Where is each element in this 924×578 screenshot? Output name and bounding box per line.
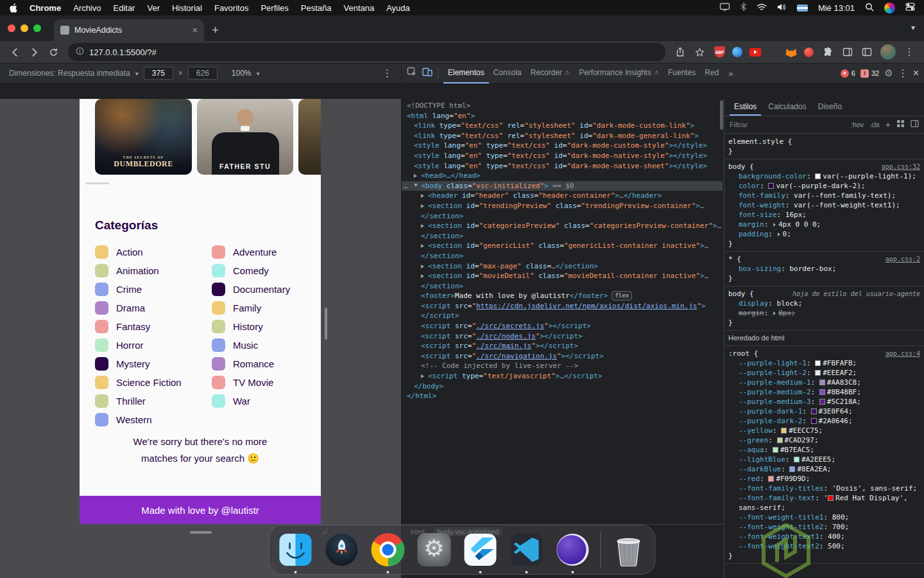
tab-fuentes[interactable]: Fuentes <box>663 64 700 83</box>
styles-filter-input[interactable] <box>730 121 845 128</box>
code-line[interactable]: <section id="movieDetail" class="movieDe… <box>402 271 723 281</box>
movie-poster-dumbledore[interactable]: THE SECRETS OF DUMBLEDORE <box>95 99 192 175</box>
color-swatch[interactable] <box>768 183 774 189</box>
css-property[interactable]: --yellow: #EECC75; <box>728 426 920 435</box>
code-line[interactable]: <script src="./src/secrets.js"></script> <box>402 321 723 331</box>
tab-close-icon[interactable]: × <box>193 26 198 35</box>
css-property[interactable]: --purple-medium-2: #8B48BF; <box>728 387 920 397</box>
menubar-clock[interactable]: Mié 13:01 <box>818 3 855 13</box>
wifi-icon[interactable] <box>757 3 767 13</box>
address-bar[interactable]: 127.0.0.1:5500/?# <box>68 43 665 61</box>
dock-finder-icon[interactable] <box>277 531 314 568</box>
css-property[interactable]: --font-weight-text1: 400; <box>728 532 920 541</box>
close-window-button[interactable] <box>8 24 15 32</box>
color-swatch[interactable] <box>768 476 774 482</box>
color-swatch[interactable] <box>819 389 825 395</box>
apple-menu-icon[interactable] <box>9 3 17 13</box>
dock-blue-app-icon[interactable] <box>462 531 499 568</box>
category-item[interactable]: Horror <box>95 336 212 355</box>
movie-poster-father-stu[interactable]: FATHER STU <box>197 99 293 175</box>
browser-tab[interactable]: MovieAddicts × <box>54 19 204 41</box>
browser-menu-icon[interactable]: ⋮ <box>901 44 918 60</box>
category-item[interactable]: Thriller <box>95 392 212 410</box>
menu-item-favoritos[interactable]: Favoritos <box>214 3 248 13</box>
dock-system-settings-icon[interactable]: ⚙ <box>416 531 453 568</box>
pseudo-state-toggle[interactable]: :hov <box>851 121 864 128</box>
movie-poster-partial[interactable] <box>298 99 321 175</box>
side-panel-icon[interactable] <box>839 44 856 60</box>
code-line[interactable]: <!-- Code injected by live-server --> <box>402 361 723 371</box>
menu-item-perfiles[interactable]: Perfiles <box>261 3 288 13</box>
color-swatch[interactable] <box>819 380 825 385</box>
code-line[interactable]: <script src="./src/navigation.js"></scri… <box>402 351 723 362</box>
menu-item-chrome[interactable]: Chrome <box>30 3 61 13</box>
expand-arrow-icon[interactable] <box>421 241 428 251</box>
code-line[interactable]: <head>…</head> <box>402 171 723 181</box>
css-property[interactable]: margin: 4px 0 0 0; <box>728 220 920 229</box>
dock-chrome-icon[interactable] <box>370 531 407 568</box>
code-line[interactable]: <style lang="en" type="text/css" id="dar… <box>402 151 723 161</box>
css-property[interactable]: color: var(--purple-dark-2); <box>728 181 920 191</box>
category-item[interactable]: Western <box>95 410 212 429</box>
css-property[interactable]: box-sizing: border-box; <box>728 264 920 274</box>
css-property[interactable]: --purple-medium-3: #5C218A; <box>728 397 920 407</box>
stylesheet-link[interactable]: app.css:2 <box>886 254 920 264</box>
reload-button[interactable] <box>45 44 62 60</box>
tab-overflow-chevron-icon[interactable]: ▾ <box>911 23 915 32</box>
css-property[interactable]: --font-weight-title2: 700; <box>728 522 920 532</box>
code-line[interactable]: </html> <box>402 391 723 401</box>
code-line[interactable]: <footer>Made with love by @lautistr</foo… <box>402 291 723 301</box>
color-swatch[interactable] <box>773 447 778 453</box>
category-item[interactable]: Crime <box>95 280 212 299</box>
category-item[interactable]: Documentary <box>212 280 307 299</box>
blue-extension-icon[interactable] <box>732 47 742 57</box>
more-actions-icon[interactable]: … <box>404 181 409 191</box>
collapse-arrow-icon[interactable] <box>414 181 421 191</box>
css-property[interactable]: --lightBlue: #A2EEE5; <box>728 455 920 464</box>
adblock-plus-extension-icon[interactable]: ABP <box>714 46 725 58</box>
inspect-element-icon[interactable] <box>407 67 417 80</box>
menu-item-archivo[interactable]: Archivo <box>73 3 101 13</box>
metamask-extension-icon[interactable] <box>785 47 797 57</box>
category-item[interactable]: War <box>212 392 307 410</box>
bluetooth-icon[interactable] <box>740 3 746 13</box>
category-item[interactable]: History <box>212 317 307 336</box>
menu-item-pestaña[interactable]: Pestaña <box>301 3 332 13</box>
code-line[interactable]: <script src="./src/nodes.js"></script> <box>402 331 723 342</box>
code-line[interactable]: <!DOCTYPE html> <box>402 101 723 111</box>
code-line[interactable]: <script src="./src/main.js"></script> <box>402 341 723 351</box>
css-property[interactable]: --purple-light-1: #FBFAFB; <box>728 358 920 368</box>
category-item[interactable]: TV Movie <box>212 373 307 392</box>
category-item[interactable]: Romance <box>212 355 307 373</box>
expand-shorthand-icon[interactable] <box>773 223 776 227</box>
expand-arrow-icon[interactable] <box>421 261 428 272</box>
viewport-height-input[interactable] <box>188 67 218 80</box>
expand-arrow-icon[interactable] <box>421 221 428 231</box>
tab-elementos[interactable]: Elementos <box>443 64 489 83</box>
viewport-vertical-scrollbar[interactable] <box>325 308 327 340</box>
sidebar-tab-estilos[interactable]: Estilos <box>730 99 761 116</box>
code-line[interactable]: <section id="categoriesPreview" class="c… <box>402 221 723 231</box>
device-toolbar-toggle-icon[interactable] <box>422 67 432 80</box>
color-swatch[interactable] <box>815 173 821 179</box>
css-property[interactable]: --purple-dark-1: #3E0F64; <box>728 407 920 416</box>
devtools-menu-icon[interactable]: ⋮ <box>898 67 908 79</box>
code-line[interactable]: </section> <box>402 251 723 261</box>
computed-grid-icon[interactable] <box>896 119 905 130</box>
color-swatch[interactable] <box>815 360 821 366</box>
css-property[interactable]: --font-weight-text2: 500; <box>728 541 920 551</box>
flex-badge[interactable]: flex <box>612 291 632 301</box>
css-property[interactable]: --aqua: #B7EAC5; <box>728 445 920 455</box>
color-swatch[interactable] <box>777 437 783 443</box>
code-line[interactable]: …<body class="vsc-initialized"> == $0 <box>402 181 723 191</box>
zoom-level[interactable]: 100% <box>232 69 252 78</box>
expand-arrow-icon[interactable] <box>421 271 428 281</box>
new-tab-button[interactable]: + <box>212 23 219 37</box>
css-property[interactable]: --purple-medium-1: #AA83C8; <box>728 378 920 387</box>
bookmark-star-icon[interactable] <box>691 44 708 60</box>
category-item[interactable]: Drama <box>95 299 212 317</box>
code-line[interactable]: <link type="text/css" rel="stylesheet" i… <box>402 131 723 141</box>
red-extension-icon[interactable] <box>804 48 814 57</box>
color-swatch[interactable] <box>819 399 825 405</box>
console-errors-badge[interactable]: 6 <box>841 69 855 78</box>
